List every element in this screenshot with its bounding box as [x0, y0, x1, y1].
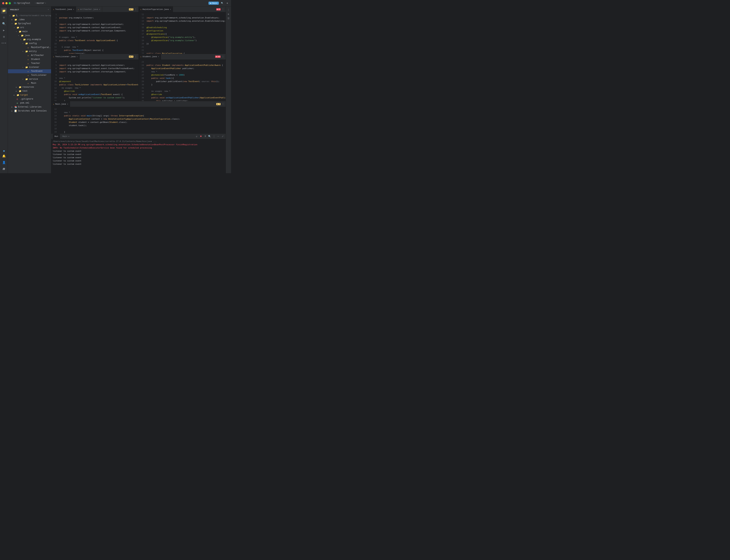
run-label: Main [212, 2, 217, 4]
tree-item-resources[interactable]: ▶ 📁 resources [8, 85, 51, 89]
editor-content-mainconfiguration[interactable]: 111213141516171819202122232425 import or… [139, 12, 226, 54]
run-activity-icon[interactable]: ▶ [1, 27, 7, 33]
minimize-button[interactable] [5, 2, 8, 4]
titlebar: S1 SpringTest ⑂ master ▾ ▶ Main 🔍 ⚙ [0, 0, 231, 6]
line-numbers-tl: 1234567891011121314 [51, 12, 58, 54]
tab-main-run[interactable]: Main ✕ [61, 134, 71, 139]
tree-item-springtest[interactable]: ▾ 📁 SpringTest ~/Desktop/CS/JavaEE/2 Jav… [8, 14, 51, 18]
warning-badge-tl: ▲ 2 [129, 8, 133, 10]
find-activity-icon[interactable]: 🔍 [1, 21, 7, 27]
bottom-panel: Run Main ✕ ↺ ■ ⏸ 🔍 ⋮ — ⤢ /Users/e [51, 134, 226, 173]
sidebar-header: Project ▾ [8, 6, 51, 13]
tree-item-main[interactable]: ▾ 📁 main [8, 30, 51, 34]
tab-main-close[interactable]: ✕ [67, 103, 68, 105]
sidebar-tree: ▾ 📁 SpringTest ~/Desktop/CS/JavaEE/2 Jav… [8, 13, 51, 173]
tree-item-service[interactable]: ▾ 📁 service [8, 77, 51, 81]
tree-item-mainconfiguration[interactable]: ▶ ☕ MainConfiguration [8, 45, 51, 49]
git-activity-icon[interactable]: ◎ [1, 14, 7, 20]
editor-pane-mainconfiguration: ☕ MainConfiguration.java ✕ ▲ 5 ⋮ 1112131… [139, 6, 226, 54]
tab-testevent[interactable]: ☕ TestEvent.java ✕ [51, 6, 76, 12]
rerun-icon[interactable]: ↺ [195, 135, 198, 138]
expand-icon-bl[interactable]: ⋮ [134, 55, 137, 58]
main-tab-close[interactable]: ✕ [68, 135, 69, 137]
right-icon-3[interactable]: ☰ [227, 17, 230, 20]
editor-content-testlistener[interactable]: 4567891011121314151617 import org.spring… [51, 60, 138, 101]
tree-item-org-example[interactable]: ▾ 📁 org.example [8, 38, 51, 41]
project-label[interactable]: S1 SpringTest [14, 2, 30, 5]
branch-label[interactable]: ⑂ master ▾ [35, 2, 46, 5]
editor-pane-main: ☕ Main.java ✕ ▲ 3 ⋮ 1213141516171819 [51, 101, 226, 134]
editor-content-student[interactable]: 2324252627282930313233343536 public clas… [139, 60, 226, 101]
settings-icon[interactable]: ⚙ [226, 2, 229, 5]
tree-item-test[interactable]: ▶ 📁 test [8, 89, 51, 93]
expand-icon-tl[interactable]: ⋮ [134, 8, 137, 11]
tree-item-testlistener[interactable]: ▶ ☕ TestListener [8, 73, 51, 77]
tree-item-gitignore[interactable]: ▶ ◎ .gitignore [8, 97, 51, 101]
titlebar-right: ▶ Main 🔍 ⚙ [208, 2, 229, 5]
search-icon[interactable]: 🔍 [220, 2, 224, 5]
tab-testevent-close[interactable]: ✕ [73, 8, 74, 10]
tab-artteacher[interactable]: ☕ ArtTeacher.java ✕ [76, 6, 102, 12]
right-toolbar: ⋮ ◈ ☰ [226, 6, 231, 173]
right-icon-2[interactable]: ◈ [227, 12, 230, 16]
tab-student-close[interactable]: ✕ [158, 56, 159, 58]
close-button[interactable] [2, 2, 4, 4]
expand-icon-main[interactable]: ⋮ [221, 102, 224, 106]
code-content-mainconfiguration: import org.springframework.scheduling.an… [145, 12, 226, 54]
tab-testlistener-close[interactable]: ✕ [77, 56, 78, 58]
more-activity-icon[interactable]: ••• [1, 40, 7, 46]
tab-student[interactable]: ☕ Student.java ✕ [139, 54, 161, 60]
tree-item-entity[interactable]: ▾ 📁 entity [8, 49, 51, 53]
tree-item-ext-libs[interactable]: ▶ 📚 External Libraries [8, 105, 51, 109]
tab-main[interactable]: ☕ Main.java ✕ [51, 101, 70, 107]
tree-item-scratches[interactable]: ▶ 📝 Scratches and Consoles [8, 109, 51, 113]
expand-icon-tr[interactable]: ⋮ [221, 8, 224, 11]
editor-content-testevent[interactable]: 1234567891011121314 package org.example.… [51, 12, 138, 54]
tree-item-listener[interactable]: ▾ 📁 listener [8, 65, 51, 69]
right-icon-1[interactable]: ⋮ [227, 8, 230, 12]
tree-item-teacher[interactable]: ▶ ☕ Teacher [8, 61, 51, 65]
run-button[interactable]: ▶ Main [208, 2, 219, 5]
tab-run[interactable]: Run [53, 134, 60, 139]
profile-icon[interactable]: 👤 [1, 160, 7, 165]
tree-item-main-class[interactable]: ▶ ☕ Main [8, 81, 51, 85]
tab-artteacher-label: ArtTeacher.java [80, 8, 98, 10]
tree-item-student[interactable]: ▶ ☕ Student [8, 57, 51, 61]
tab-artteacher-close[interactable]: ✕ [99, 8, 100, 10]
tree-item-target[interactable]: ▶ 📁 target [8, 93, 51, 97]
tab-student-label: Student.java [143, 56, 157, 58]
tree-item-idea[interactable]: ▶ 📁 .idea [8, 18, 51, 22]
console-warn1: May 30, 2024 5:15:19 PM org.springframew… [53, 143, 224, 146]
tree-item-config[interactable]: ▾ 📁 config [8, 41, 51, 45]
line-numbers-main: 1213141516171819 [51, 107, 58, 134]
tab-mainconfiguration[interactable]: ☕ MainConfiguration.java ✕ [139, 6, 173, 12]
tab-testlistener[interactable]: ☕ TestListener.java ✕ [51, 54, 80, 60]
plugins-activity-icon[interactable]: ⊞ [1, 34, 7, 40]
project-activity-icon[interactable]: 📁 [1, 8, 7, 14]
error-badge-main: ▲ 3 [216, 103, 220, 105]
scratches-label: Scratches and Consoles [18, 110, 47, 112]
bottom-actions: ↺ ■ ⏸ 🔍 ⋮ — ⤢ [195, 135, 224, 138]
tree-item-java[interactable]: ▾ 📁 java [8, 34, 51, 38]
tab-testlistener-label: TestListener.java [55, 56, 75, 58]
minimize-console-icon[interactable]: — [217, 135, 220, 138]
stop-icon[interactable]: ■ [199, 135, 202, 138]
maximize-button[interactable] [9, 2, 11, 4]
service-label: service [29, 78, 38, 80]
tab-mainconfiguration-close[interactable]: ✕ [170, 8, 171, 10]
editor-tabs-top-left: ☕ TestEvent.java ✕ ☕ ArtTeacher.java ✕ ▲… [51, 6, 138, 12]
tree-item-testevent[interactable]: ▶ ☕ TestEvent [8, 69, 51, 73]
tree-item-src[interactable]: ▾ 📁 src [8, 26, 51, 30]
tree-item-pom[interactable]: ▶ ◈ pom.xml [8, 101, 51, 105]
tree-item-artteacher[interactable]: ▶ ☕ ArtTeacher [8, 53, 51, 57]
code-content-testevent: package org.example.listener; import org… [58, 12, 138, 54]
tree-item-springtest-module[interactable]: ▾ 📁 SpringTest [8, 22, 51, 26]
expand-console-icon[interactable]: ⤢ [221, 135, 224, 138]
editor-content-main[interactable]: 1213141516171819 new * public static voi… [51, 107, 226, 134]
search-console-icon[interactable]: 🔍 [208, 135, 211, 138]
sidebar-title: Project [10, 9, 19, 11]
notifications-icon[interactable]: 🔔 [1, 153, 7, 159]
settings-console-icon[interactable]: ⋮ [212, 135, 215, 138]
pause-icon[interactable]: ⏸ [204, 135, 207, 138]
expand-icon-br[interactable]: ⋮ [221, 55, 224, 58]
